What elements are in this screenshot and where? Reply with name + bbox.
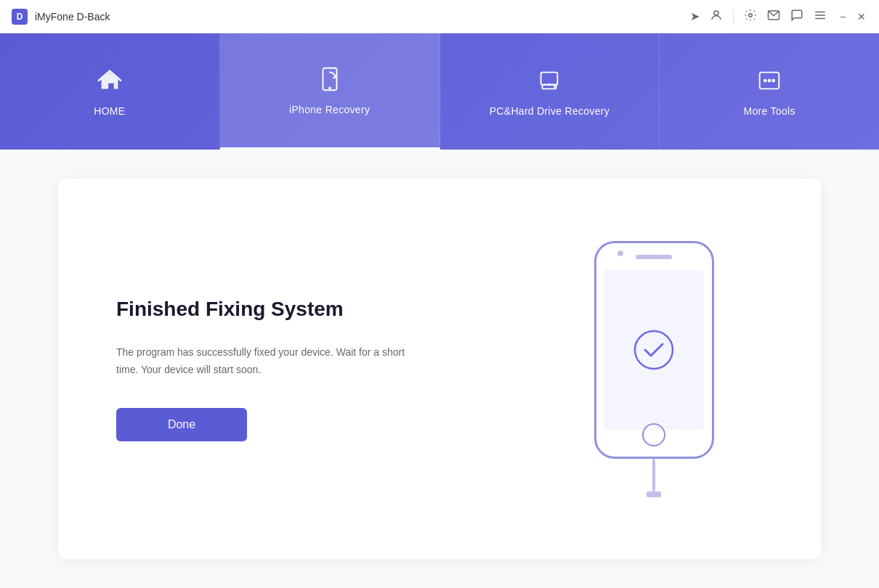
nav-bar: HOME iPhone Recovery PC&Hard Drive Recov…: [0, 33, 879, 150]
chat-icon[interactable]: [790, 9, 803, 25]
content-card: Finished Fixing System The program has s…: [58, 179, 821, 559]
svg-point-10: [554, 86, 556, 88]
svg-point-0: [714, 11, 718, 15]
svg-point-16: [635, 331, 673, 369]
nav-item-more-tools[interactable]: More Tools: [660, 33, 879, 150]
phone-illustration-container: [545, 241, 763, 497]
menu-icon[interactable]: [814, 9, 827, 25]
mail-icon[interactable]: [767, 9, 780, 25]
page-description: The program has successfully fixed your …: [116, 344, 421, 379]
phone-camera: [617, 250, 623, 256]
pc-hard-drive-icon: [535, 67, 563, 98]
home-icon: [96, 67, 123, 98]
svg-point-7: [328, 86, 331, 89]
more-tools-label: More Tools: [744, 105, 795, 117]
page-title: Finished Fixing System: [116, 296, 545, 322]
home-label: HOME: [94, 105, 125, 117]
pc-hard-drive-label: PC&Hard Drive Recovery: [490, 105, 609, 117]
phone-speaker: [636, 255, 672, 259]
share-icon[interactable]: ➤: [690, 9, 700, 23]
svg-point-13: [763, 78, 767, 82]
phone-illustration: [581, 241, 726, 497]
svg-point-15: [771, 78, 775, 82]
content-left: Finished Fixing System The program has s…: [116, 296, 545, 441]
divider: [733, 10, 734, 23]
phone-body: [594, 241, 714, 459]
title-bar: D iMyFone D-Back ➤: [0, 0, 879, 33]
app-title: iMyFone D-Back: [35, 11, 110, 23]
phone-screen: [604, 270, 704, 430]
settings-icon[interactable]: [744, 9, 757, 25]
iphone-recovery-icon: [316, 65, 344, 97]
svg-point-1: [749, 13, 753, 17]
window-controls: − ✕: [837, 11, 867, 23]
main-content: Finished Fixing System The program has s…: [0, 150, 879, 588]
phone-cable: [652, 459, 655, 491]
title-bar-right: ➤ − ✕: [690, 9, 867, 25]
app-logo: D: [12, 9, 28, 25]
nav-item-iphone-recovery[interactable]: iPhone Recovery: [220, 33, 440, 150]
checkmark-icon: [632, 328, 676, 372]
minimize-button[interactable]: −: [837, 11, 848, 23]
svg-rect-8: [541, 72, 558, 84]
iphone-recovery-label: iPhone Recovery: [289, 104, 370, 115]
close-button[interactable]: ✕: [856, 11, 867, 23]
phone-home-button: [642, 423, 665, 446]
title-bar-left: D iMyFone D-Back: [12, 9, 110, 25]
user-icon[interactable]: [710, 9, 723, 25]
more-tools-icon: [756, 67, 783, 98]
phone-plug: [647, 491, 661, 497]
nav-item-pc-hard-drive[interactable]: PC&Hard Drive Recovery: [440, 33, 660, 150]
nav-item-home[interactable]: HOME: [0, 33, 220, 150]
done-button[interactable]: Done: [116, 408, 247, 441]
svg-point-14: [768, 78, 771, 82]
